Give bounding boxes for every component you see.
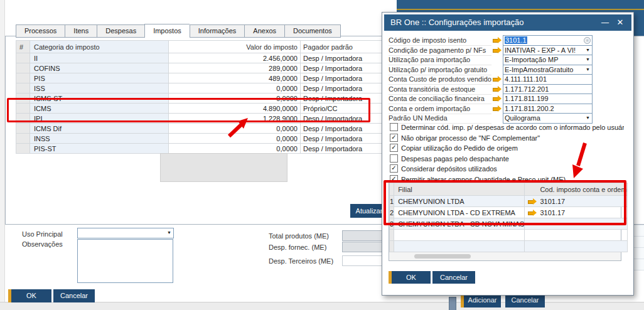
tab-informac-o-es[interactable]: Informações bbox=[190, 24, 245, 38]
chevron-down-icon: ▼ bbox=[586, 115, 590, 120]
filial-cell bbox=[394, 230, 525, 241]
tax-row-pis-st[interactable]: PIS-ST0,0000Desp / Importadora bbox=[16, 144, 389, 154]
pagador-cell: Desp / Importadora bbox=[301, 53, 389, 63]
tax-row-icms-st[interactable]: ICMS-ST0,0000Desp / Importadora bbox=[16, 94, 389, 104]
row-number-cell bbox=[16, 63, 30, 73]
minimize-icon[interactable]: — bbox=[598, 14, 612, 31]
main-window-left-border bbox=[0, 0, 5, 302]
chevron-down-icon: ▼ bbox=[586, 48, 590, 53]
link-arrow-icon[interactable] bbox=[493, 37, 502, 43]
field-label-conta-de-conciliac-a-o-financeira: Conta de conciliação financeira bbox=[389, 94, 491, 104]
co-digo-de-imposto-isento-input[interactable]: 3101.1≡ bbox=[503, 35, 593, 46]
background-scrollbar[interactable] bbox=[449, 297, 456, 310]
checkbox-considerar-depo-sitos-utilizad[interactable]: ✓ bbox=[390, 164, 398, 173]
chevron-down-icon: ▼ bbox=[586, 57, 590, 62]
valor-cell: 0,0000 bbox=[169, 134, 301, 144]
background-table-row bbox=[633, 248, 644, 259]
uso-principal-select[interactable]: ▼ bbox=[77, 228, 174, 238]
cod-imposto-value: 3101.17 bbox=[540, 209, 565, 216]
dialog-ok-button[interactable]: OK bbox=[389, 271, 431, 284]
ok-button[interactable]: OK bbox=[8, 289, 51, 302]
dialog-title-bar[interactable]: BR One :: Configurações importação bbox=[384, 14, 631, 31]
valor-cell: 289,0000 bbox=[169, 63, 301, 73]
link-arrow-icon[interactable] bbox=[493, 86, 502, 92]
tax-row-ii[interactable]: II2.456,0000Desp / Importadora bbox=[16, 53, 389, 63]
padra-o-un-medida-select[interactable]: Quilograma▼ bbox=[503, 113, 593, 124]
checkbox-determinar-co-d-imp-p-despesas[interactable] bbox=[390, 123, 398, 131]
field-label-padra-o-un-medida: Padrão UN Medida bbox=[389, 114, 491, 124]
cancel-button[interactable]: Cancelar bbox=[53, 289, 95, 302]
checkbox-label: Despesas pagas pelo despachante bbox=[401, 154, 624, 163]
categoria-cell: ICMS bbox=[30, 104, 169, 114]
categoria-cell: PIS-ST bbox=[30, 144, 169, 154]
field-label-utilizac-a-o-para-importac-a-o: Utilização para importação bbox=[389, 55, 491, 65]
dialog-cancel-button[interactable]: Cancelar bbox=[432, 271, 475, 284]
pagador-cell: Desp / Importadora bbox=[301, 94, 389, 104]
background-table-row bbox=[633, 259, 644, 270]
filial-cell: CHEMYUNION LTDA bbox=[394, 196, 525, 207]
field-label-conta-custo-de-produtos-vendidos: Conta Custo de produtos vendidos bbox=[389, 75, 491, 85]
link-arrow-icon[interactable] bbox=[528, 210, 537, 216]
observacoes-textarea[interactable] bbox=[77, 239, 173, 283]
checkbox-label: Determinar cód. imp. p/ despesas de acor… bbox=[401, 123, 624, 132]
checkbox-copiar-utilizac-a-o-do-pedido-[interactable]: ✓ bbox=[390, 144, 398, 152]
link-arrow-icon[interactable] bbox=[493, 47, 502, 53]
branch-table-container: FilialCod. imposto conta e ordem 1CHEMYU… bbox=[389, 182, 621, 261]
filial-cell: CHEMYUNION LTDA - CD NOVA MINAS bbox=[394, 218, 525, 230]
close-icon[interactable]: ✕ bbox=[613, 14, 627, 31]
branch-row-empty-3[interactable] bbox=[390, 230, 628, 241]
scrollbar-thumb[interactable] bbox=[414, 254, 471, 259]
tab-anexos[interactable]: Anexos bbox=[244, 24, 284, 38]
valor-cell: 2.456,0000 bbox=[169, 53, 301, 63]
valor-cell: 0,0000 bbox=[169, 83, 301, 94]
checkbox-na-o-obrigar-processo-de-nf-co[interactable]: ✓ bbox=[390, 134, 398, 142]
tax-row-icms[interactable]: ICMS4.890,0000Próprio/CC bbox=[16, 104, 389, 114]
chevron-down-icon: ▼ bbox=[167, 230, 171, 235]
tab-itens[interactable]: Itens bbox=[65, 24, 97, 38]
conta-de-conciliac-a-o-financeira-input[interactable]: 1.171.811.199 bbox=[503, 94, 593, 104]
field-label-condic-a-o-de-pagamento-p-nfs: Condição de pagamento p/ NFs bbox=[389, 46, 491, 56]
branch-row-2[interactable]: 2CHEMYUNION LTDA - CD EXTREMA3101.17 bbox=[390, 207, 628, 218]
choose-from-list-icon[interactable]: ≡ bbox=[584, 37, 591, 44]
main-window-bottom-bar bbox=[0, 302, 644, 310]
utilizac-a-o-para-importac-a-o-select[interactable]: E-Importação MP▼ bbox=[503, 55, 593, 65]
checkbox-label: Copiar utilização do Pedido de origem bbox=[401, 144, 624, 152]
valor-cell: 1.228,9000 bbox=[169, 114, 301, 124]
tab-impostos[interactable]: Impostos bbox=[144, 24, 190, 38]
utilizac-a-o-p-importac-a-o-gratuito-select[interactable]: E-ImpAmostraGratuito▼ bbox=[503, 65, 593, 75]
conta-e-ordem-importac-a-o-input[interactable]: 1.171.811.200.2 bbox=[503, 104, 593, 114]
link-arrow-icon[interactable] bbox=[493, 95, 502, 102]
field-value: Quilograma bbox=[505, 114, 540, 122]
condic-a-o-de-pagamento-p-nfs-select[interactable]: INATIVAR - EXP - A VI!▼ bbox=[503, 45, 593, 56]
link-arrow-icon[interactable] bbox=[528, 198, 537, 205]
tax-row-ipi[interactable]: IPI1.228,9000Desp / Importadora bbox=[16, 114, 389, 124]
gold-accent-line bbox=[397, 9, 644, 10]
tax-row-inss[interactable]: INSS0,0000Desp / Importadora bbox=[16, 134, 389, 144]
tab-strip: ProcessosItensDespesasImpostosInformaçõe… bbox=[16, 24, 341, 36]
categoria-cell: PIS bbox=[30, 73, 169, 83]
tax-row-pis[interactable]: PIS489,0000Desp / Importadora bbox=[16, 73, 389, 83]
tab-documentos[interactable]: Documentos bbox=[284, 24, 341, 38]
link-arrow-icon[interactable] bbox=[493, 105, 502, 112]
conta-custo-de-produtos-vendidos-input[interactable]: 4.111.111.101 bbox=[503, 74, 593, 85]
tax-row-cofins[interactable]: COFINS289,0000Desp / Importadora bbox=[16, 63, 389, 73]
link-arrow-icon[interactable] bbox=[493, 76, 502, 82]
branch-row-1[interactable]: 1CHEMYUNION LTDA3101.17 bbox=[390, 196, 628, 207]
tax-row-iss[interactable]: ISS0,0000Desp / Importadora bbox=[16, 83, 389, 94]
pagador-cell: Desp / Importadora bbox=[301, 144, 389, 154]
column-header-cod-imposto-conta-e-ordem: Cod. imposto conta e ordem bbox=[525, 183, 627, 196]
categoria-cell: ICMS-ST bbox=[30, 94, 169, 104]
tab-processos[interactable]: Processos bbox=[16, 24, 65, 38]
valor-cell: 0,0000 bbox=[169, 124, 301, 134]
tax-row-icms-dif[interactable]: ICMS Dif0,0000Desp / Importadora bbox=[16, 124, 389, 134]
branch-row-3[interactable]: 3CHEMYUNION LTDA - CD NOVA MINAS bbox=[390, 218, 628, 230]
checkbox-despesas-pagas-pelo-despachant[interactable] bbox=[390, 154, 398, 163]
uso-principal-label: Uso Principal bbox=[22, 230, 63, 239]
row-number-cell bbox=[16, 53, 30, 63]
branch-row-empty-4[interactable] bbox=[390, 241, 628, 252]
background-table-row bbox=[633, 237, 644, 248]
row-number-cell bbox=[16, 83, 30, 94]
conta-transito-ria-de-estoque-input[interactable]: 1.171.712.201 bbox=[503, 84, 593, 95]
filial-cell bbox=[394, 241, 525, 252]
tab-despesas[interactable]: Despesas bbox=[97, 24, 144, 38]
